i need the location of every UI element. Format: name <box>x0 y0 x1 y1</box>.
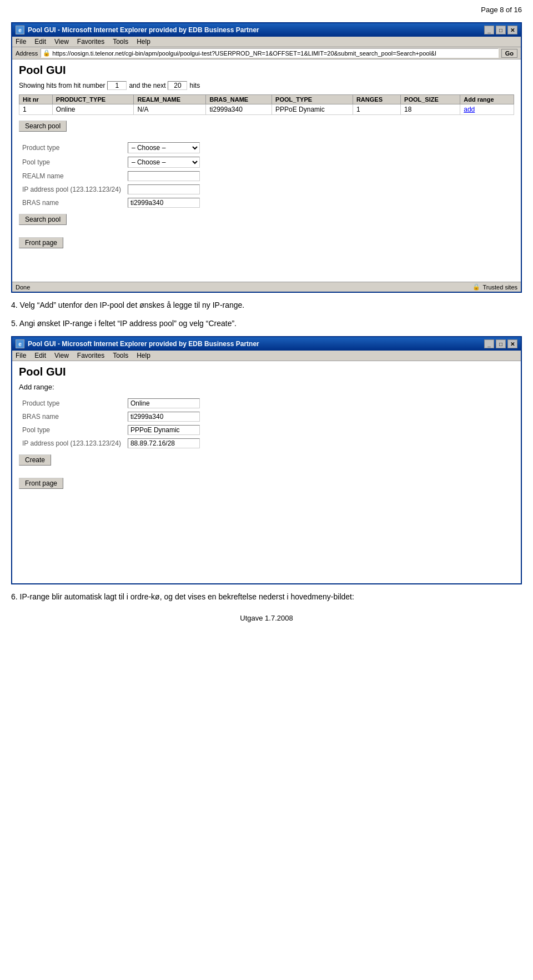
search-pool-btn-2[interactable]: Search pool <box>19 214 67 225</box>
ip-pool-label: IP address pool (123.123.123/24) <box>19 183 124 196</box>
step5-number: 5. <box>11 319 18 328</box>
form-row-ip-2: IP address pool (123.123.123/24) <box>19 437 203 450</box>
window-title-1: Pool GUI - Microsoft Internet Explorer p… <box>28 26 259 34</box>
cell-bras-name: ti2999a340 <box>206 104 272 115</box>
ie-icon-1: e <box>16 26 24 34</box>
menu-help-2[interactable]: Help <box>137 352 150 359</box>
ie-titlebar-2: e Pool GUI - Microsoft Internet Explorer… <box>12 337 521 351</box>
col-bras-name: BRAS_NAME <box>206 95 272 104</box>
status-done-1: Done <box>16 284 30 291</box>
form-row-product-type: Product type – Choose – <box>19 141 203 155</box>
cell-pool-size: 18 <box>401 104 460 115</box>
menu-help-1[interactable]: Help <box>137 38 150 46</box>
ip-pool-input[interactable] <box>128 184 200 194</box>
minimize-btn-1[interactable]: _ <box>484 26 494 34</box>
pool-type-value: PPPoE Dynamic <box>128 425 200 435</box>
form-row-pool-type-2: Pool type PPPoE Dynamic <box>19 423 203 437</box>
menu-file-1[interactable]: File <box>16 38 26 46</box>
titlebar-left-2: e Pool GUI - Microsoft Internet Explorer… <box>16 339 259 348</box>
ie-icon-2: e <box>16 339 24 348</box>
search-pool-btn-1[interactable]: Search pool <box>19 121 67 132</box>
menu-tools-2[interactable]: Tools <box>113 352 128 359</box>
product-type-select[interactable]: – Choose – <box>128 142 200 153</box>
step4-content: Velg “Add” utenfor den IP-pool det ønske… <box>20 301 245 309</box>
minimize-btn-2[interactable]: _ <box>484 339 494 348</box>
bras-name-input[interactable] <box>128 198 200 208</box>
menu-edit-1[interactable]: Edit <box>34 38 46 46</box>
trusted-sites-1: Trusted sites <box>482 284 517 291</box>
ip-pool-input-2[interactable] <box>128 438 200 448</box>
form-row-pool-type: Pool type – Choose – <box>19 155 203 169</box>
col-pool-size: POOL_SIZE <box>401 95 460 104</box>
cell-product-type: Online <box>52 104 134 115</box>
col-product-type: PRODUCT_TYPE <box>52 95 134 104</box>
form-row-product-type-2: Product type Online <box>19 397 203 410</box>
ip-label-2: IP address pool (123.123.123/24) <box>19 437 124 450</box>
address-url-1: https://oosign.ti.telenor.net/cgi-bin/ap… <box>52 50 436 57</box>
bras-value: ti2999a340 <box>128 412 200 422</box>
ie-address-bar-1: Address 🔒 https://oosign.ti.telenor.net/… <box>12 47 521 59</box>
cell-pool-type: PPPoE Dynamic <box>272 104 353 115</box>
create-btn[interactable]: Create <box>19 454 51 466</box>
pool-type-label: Pool type <box>19 155 124 169</box>
ie-window-2: e Pool GUI - Microsoft Internet Explorer… <box>11 336 522 584</box>
hits-from-input[interactable] <box>107 81 127 90</box>
address-label-1: Address <box>16 50 38 57</box>
col-realm-name: REALM_NAME <box>134 95 206 104</box>
menu-favorites-2[interactable]: Favorites <box>77 352 104 359</box>
address-input-1[interactable]: 🔒 https://oosign.ti.telenor.net/cgi-bin/… <box>41 48 498 58</box>
step6-content: IP-range blir automatisk lagt til i ordr… <box>20 592 354 601</box>
footer: Utgave 1.7.2008 <box>0 614 533 631</box>
product-type-label: Product type <box>19 141 124 155</box>
add-link[interactable]: add <box>464 106 475 113</box>
realm-name-label: REALM name <box>19 169 124 183</box>
window-title-2: Pool GUI - Microsoft Internet Explorer p… <box>28 340 259 348</box>
menu-view-1[interactable]: View <box>54 38 69 46</box>
hits-next-input[interactable] <box>168 81 187 90</box>
pool-type-label-2: Pool type <box>19 423 124 437</box>
hits-text3: hits <box>189 82 200 89</box>
form-row-bras-name: BRAS name <box>19 196 203 209</box>
pool-type-select[interactable]: – Choose – <box>128 157 200 168</box>
menu-favorites-1[interactable]: Favorites <box>77 38 104 46</box>
maximize-btn-1[interactable]: □ <box>496 26 506 34</box>
bras-name-label: BRAS name <box>19 196 124 209</box>
ie-menubar-1: File Edit View Favorites Tools Help <box>12 37 521 47</box>
table-row: 1 Online N/A ti2999a340 PPPoE Dynamic 1 … <box>19 104 514 115</box>
step6-number: 6. <box>11 592 18 601</box>
col-pool-type: POOL_TYPE <box>272 95 353 104</box>
menu-edit-2[interactable]: Edit <box>34 352 46 359</box>
cell-hitnr: 1 <box>19 104 53 115</box>
menu-view-2[interactable]: View <box>54 352 69 359</box>
ie-window-1: e Pool GUI - Microsoft Internet Explorer… <box>11 22 522 293</box>
realm-name-input[interactable] <box>128 171 200 181</box>
menu-file-2[interactable]: File <box>16 352 26 359</box>
hits-text1: Showing hits from hit number <box>19 82 105 89</box>
results-table: Hit nr PRODUCT_TYPE REALM_NAME BRAS_NAME… <box>19 94 514 115</box>
step5-text: 5. Angi ønsket IP-range i feltet “IP add… <box>11 318 522 329</box>
go-button-1[interactable]: Go <box>501 49 517 58</box>
page-number: Page 8 of 16 <box>0 0 533 17</box>
hits-text2: and the next <box>129 82 165 89</box>
menu-tools-1[interactable]: Tools <box>113 38 128 46</box>
close-btn-2[interactable]: ✕ <box>507 339 517 348</box>
form-row-ip-pool: IP address pool (123.123.123/24) <box>19 183 203 196</box>
product-type-label-2: Product type <box>19 397 124 410</box>
cell-ranges: 1 <box>353 104 400 115</box>
pool-gui-title-2: Pool GUI <box>19 366 514 378</box>
cell-add[interactable]: add <box>460 104 514 115</box>
front-page-btn-1[interactable]: Front page <box>19 237 63 248</box>
statusbar-right-1: 🔒 Trusted sites <box>472 283 517 291</box>
step4-number: 4. <box>11 301 18 309</box>
product-type-value: Online <box>128 398 200 408</box>
cell-realm-name: N/A <box>134 104 206 115</box>
col-hitnr: Hit nr <box>19 95 53 104</box>
front-page-btn-2[interactable]: Front page <box>19 478 63 489</box>
titlebar-buttons-1: _ □ ✕ <box>484 26 517 34</box>
step4-text: 4. Velg “Add” utenfor den IP-pool det øn… <box>11 299 522 311</box>
form-row-bras-2: BRAS name ti2999a340 <box>19 410 203 423</box>
col-add-range: Add range <box>460 95 514 104</box>
ie-titlebar-1: e Pool GUI - Microsoft Internet Explorer… <box>12 23 521 37</box>
maximize-btn-2[interactable]: □ <box>496 339 506 348</box>
close-btn-1[interactable]: ✕ <box>507 26 517 34</box>
